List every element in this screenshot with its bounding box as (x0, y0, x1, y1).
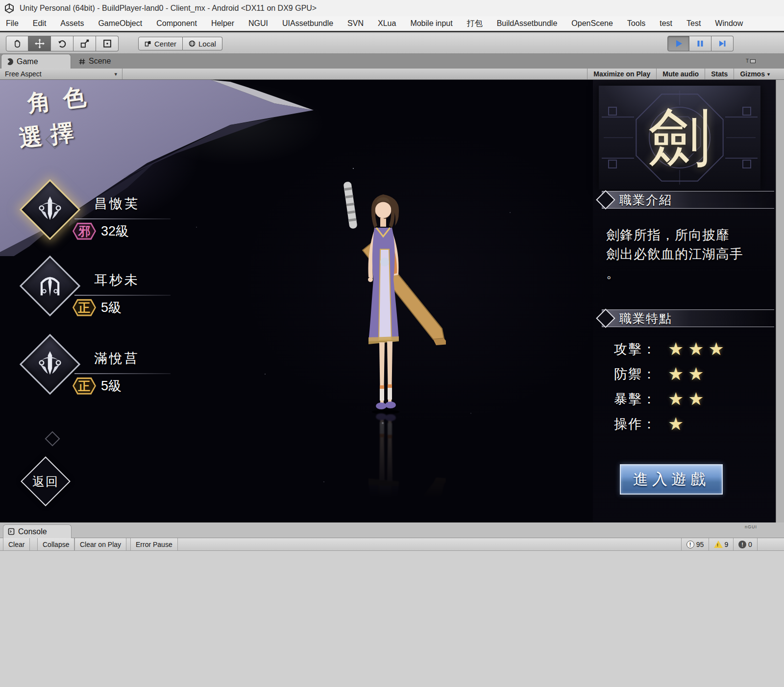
tab-game[interactable]: Game (1, 54, 71, 69)
class-emblem-panel: 劍 (599, 86, 760, 190)
chevron-down-icon: ▾ (114, 71, 117, 77)
console-clear-on-play-button[interactable]: Clear on Play (74, 538, 126, 550)
menu-gameobject[interactable]: GameObject (98, 19, 142, 28)
info-icon: ! (686, 541, 694, 548)
menu-edit[interactable]: Edit (33, 19, 47, 28)
menu-svn[interactable]: SVN (347, 19, 364, 28)
unity-logo-icon (4, 3, 15, 14)
back-button[interactable]: 返回 (24, 460, 67, 502)
tab-scene[interactable]: Scene (74, 54, 123, 69)
main-toolbar: Center Local (0, 34, 784, 54)
scene-tab-icon (78, 58, 86, 65)
menu-openscene[interactable]: OpenScene (571, 19, 613, 28)
character-row-3[interactable]: 滿悅莒 正 5級 (20, 337, 172, 403)
play-button[interactable] (667, 36, 689, 51)
maximize-on-play-button[interactable]: Maximize on Play (587, 69, 656, 79)
console-tab-row: Console nGUI (0, 522, 784, 538)
menu-tools[interactable]: Tools (627, 19, 645, 28)
character-class-icon-arch[interactable] (23, 259, 77, 313)
class-description: 劍鋒所指，所向披靡 劍出必飲血的江湖高手 。 (606, 226, 753, 283)
character-row-2[interactable]: 耳杪未 正 5級 (20, 259, 172, 325)
window-edge-strip (776, 80, 784, 522)
pivot-center-button[interactable]: Center (138, 37, 183, 50)
dress-panel (379, 482, 392, 514)
menu-test-lower[interactable]: test (660, 19, 672, 28)
character-row-1[interactable]: 昌憿芙 邪 32級 (20, 182, 172, 248)
tab-console[interactable]: Console (3, 524, 72, 538)
sword-emblem-icon (34, 194, 66, 225)
menu-component[interactable]: Component (156, 19, 197, 28)
shoe (385, 402, 396, 408)
game-view: 角色 選擇 昌憿芙 邪 32級 (0, 80, 776, 522)
menu-assets[interactable]: Assets (60, 19, 84, 28)
window-title: Unity Personal (64bit) - BuildPlayer-lan… (20, 4, 317, 13)
shoe (376, 403, 387, 409)
star-rating: ★★★ (668, 339, 729, 359)
unity-editor-window: Unity Personal (64bit) - BuildPlayer-lan… (0, 0, 784, 687)
rect-icon (102, 38, 113, 49)
hand-tool-button[interactable] (6, 36, 28, 51)
console-info-toggle[interactable]: ! 95 (681, 538, 709, 550)
title-bar: Unity Personal (64bit) - BuildPlayer-lan… (0, 0, 784, 16)
menu-uiassetbundle[interactable]: UIAssetbundle (282, 19, 333, 28)
gizmos-button[interactable]: Gizmos▾ (734, 69, 776, 79)
stat-crit: 暴擊： ★★ (614, 388, 771, 410)
character-reflection (338, 411, 446, 514)
console-error-pause-button[interactable]: Error Pause (130, 538, 178, 550)
pivot-local-button[interactable]: Local (183, 37, 222, 50)
menu-helper[interactable]: Helper (211, 19, 234, 28)
character-level: 5級 (101, 377, 122, 395)
move-tool-button[interactable] (28, 36, 51, 51)
menu-ngui[interactable]: NGUI (248, 19, 268, 28)
rotate-tool-button[interactable] (51, 36, 74, 51)
warning-icon: ! (714, 541, 723, 548)
divider (74, 373, 171, 374)
hand-icon (12, 38, 23, 49)
menu-file[interactable]: File (6, 19, 19, 28)
stat-attack: 攻擊： ★★★ (614, 338, 771, 360)
pause-button[interactable] (689, 36, 711, 51)
step-button[interactable] (711, 36, 734, 51)
menu-mobile-input[interactable]: Mobile input (410, 19, 452, 28)
rect-tool-button[interactable] (96, 36, 119, 51)
console-warning-toggle[interactable]: ! 9 (709, 538, 733, 550)
pause-icon (696, 39, 705, 48)
console-error-toggle[interactable]: ! 0 (733, 538, 758, 550)
character-class-icon-sword[interactable] (23, 337, 77, 392)
scale-tool-button[interactable] (74, 36, 96, 51)
menu-buildassetbundle[interactable]: BuildAssetbundle (497, 19, 558, 28)
pivot-controls: Center Local (138, 37, 222, 50)
divider (74, 295, 171, 296)
chevron-down-icon: ▾ (767, 71, 770, 77)
alignment-badge: 正 (73, 378, 96, 395)
console-log-area[interactable] (0, 551, 784, 687)
step-icon (718, 39, 727, 48)
center-icon (145, 40, 151, 47)
stats-button[interactable]: Stats (705, 69, 734, 79)
menu-xlua[interactable]: XLua (378, 19, 396, 28)
menu-bar: File Edit Assets GameObject Component He… (0, 16, 784, 32)
rotate-icon (57, 38, 68, 49)
stat-defense: 防禦： ★★ (614, 363, 771, 385)
transform-tools (6, 36, 119, 51)
tab-row-overlay: T (746, 58, 756, 64)
menu-dabao[interactable]: 打包 (467, 19, 483, 29)
sword-handle (343, 181, 357, 229)
alignment-badge: 邪 (73, 223, 96, 240)
star-dots (353, 168, 354, 169)
view-tab-row: Game Scene T (0, 54, 784, 69)
star-rating: ★★ (668, 364, 709, 384)
character-figure (338, 176, 446, 421)
class-glyph: 劍 (599, 86, 760, 190)
character-class-icon-sword[interactable] (23, 182, 77, 237)
enter-game-button[interactable]: 進入遊戲 (620, 464, 723, 495)
aspect-dropdown[interactable]: Free Aspect ▾ (0, 69, 122, 79)
local-icon (189, 40, 196, 47)
character-name: 耳杪未 (94, 271, 140, 289)
console-collapse-button[interactable]: Collapse (37, 538, 74, 550)
mute-audio-button[interactable]: Mute audio (656, 69, 705, 79)
menu-test-upper[interactable]: Test (686, 19, 701, 28)
console-clear-button[interactable]: Clear (3, 538, 30, 550)
menu-window[interactable]: Window (715, 19, 743, 28)
divider (74, 218, 171, 219)
